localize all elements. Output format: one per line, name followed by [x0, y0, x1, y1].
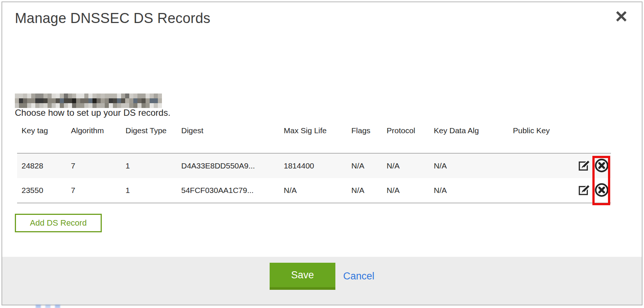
- row-actions: [575, 153, 611, 178]
- column-header: Digest: [177, 124, 279, 153]
- edit-icon: [578, 167, 591, 173]
- cell-flags: N/A: [347, 178, 382, 203]
- ds-records-table-wrap: Key tag Algorithm Digest Type Digest Max…: [17, 124, 611, 203]
- add-ds-record-button[interactable]: Add DS Record: [15, 214, 102, 232]
- dialog-footer: Save Cancel: [2, 257, 642, 305]
- background-page-fragment: [36, 305, 64, 308]
- cell-digest: D4A33E8DD550A9...: [177, 153, 279, 178]
- column-header: Protocol: [382, 124, 429, 153]
- cell-protocol: N/A: [382, 153, 429, 178]
- cell-protocol: N/A: [382, 178, 429, 203]
- delete-icon: [594, 169, 609, 174]
- close-icon: [614, 19, 628, 24]
- column-header: Digest Type: [121, 124, 177, 153]
- edit-record-button[interactable]: [578, 184, 591, 197]
- table-row: 23550 7 1 54FCF030AA1C79... N/A N/A N/A …: [17, 178, 611, 203]
- ds-records-table: Key tag Algorithm Digest Type Digest Max…: [17, 124, 611, 203]
- instruction-text: Choose how to set up your DS records.: [15, 108, 170, 118]
- cell-key-data-alg: N/A: [429, 178, 508, 203]
- cell-algorithm: 7: [66, 153, 121, 178]
- edit-icon: [578, 191, 591, 197]
- cell-algorithm: 7: [66, 178, 121, 203]
- cell-public-key: [508, 178, 575, 203]
- edit-record-button[interactable]: [578, 159, 591, 173]
- delete-record-button[interactable]: [594, 182, 609, 199]
- close-button[interactable]: [614, 9, 629, 24]
- cell-public-key: [508, 153, 575, 178]
- table-header-row: Key tag Algorithm Digest Type Digest Max…: [17, 124, 611, 153]
- cell-max-sig-life: 1814400: [279, 153, 347, 178]
- table-row: 24828 7 1 D4A33E8DD550A9... 1814400 N/A …: [17, 153, 611, 178]
- cell-key-tag: 24828: [17, 153, 66, 178]
- column-header: Public Key: [508, 124, 575, 153]
- column-header: Key tag: [17, 124, 66, 153]
- delete-record-button[interactable]: [594, 158, 609, 174]
- delete-icon: [594, 193, 609, 199]
- save-button[interactable]: Save: [270, 263, 335, 290]
- table-body: 24828 7 1 D4A33E8DD550A9... 1814400 N/A …: [17, 153, 611, 203]
- column-header: Key Data Alg: [429, 124, 508, 153]
- manage-dnssec-dialog: Manage DNSSEC DS Records Choose how to s…: [1, 1, 643, 305]
- dialog-title: Manage DNSSEC DS Records: [15, 10, 210, 26]
- redacted-domain-name: [15, 94, 162, 108]
- column-header: Max Sig Life: [279, 124, 347, 153]
- cell-digest-type: 1: [121, 178, 177, 203]
- cell-key-tag: 23550: [17, 178, 66, 203]
- cell-key-data-alg: N/A: [429, 153, 508, 178]
- cell-digest-type: 1: [121, 153, 177, 178]
- cell-digest: 54FCF030AA1C79...: [177, 178, 279, 203]
- row-actions: [575, 178, 611, 203]
- cell-max-sig-life: N/A: [279, 178, 347, 203]
- column-header: Flags: [347, 124, 382, 153]
- cell-flags: N/A: [347, 153, 382, 178]
- actions-column-header: [575, 124, 611, 153]
- cancel-link[interactable]: Cancel: [343, 271, 374, 282]
- column-header: Algorithm: [66, 124, 121, 153]
